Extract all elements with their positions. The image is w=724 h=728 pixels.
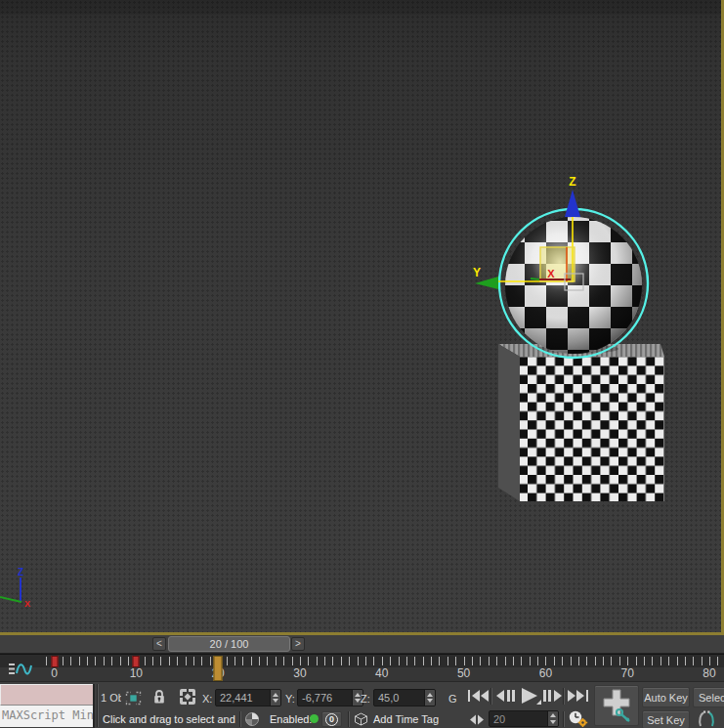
time-slider-handle[interactable]: 20 / 100 [168, 636, 290, 652]
current-frame-field[interactable]: 20 [489, 710, 559, 727]
x-spinner[interactable] [270, 690, 280, 706]
gizmo-z-arrow[interactable] [565, 190, 580, 217]
timeline-tick [709, 657, 710, 665]
timeline-tick [70, 657, 71, 665]
next-frame-icon [540, 687, 564, 705]
timeline-tick [423, 657, 424, 665]
listener-pane[interactable]: MAXScript Mini [0, 706, 93, 727]
separator [563, 688, 564, 705]
timeline-tick [317, 657, 318, 665]
mini-curve-editor-button[interactable] [5, 658, 36, 680]
timeline-tick [332, 657, 333, 665]
add-time-tag-button[interactable]: Add Time Tag [373, 713, 439, 725]
adaptive-degradation-toggle[interactable] [244, 711, 260, 727]
timeline-tick [283, 657, 284, 665]
time-configuration-icon [567, 709, 590, 728]
timeline-tick [399, 657, 400, 665]
timeline-tick [537, 657, 538, 665]
box-front-face [520, 357, 664, 501]
z-spinner[interactable] [424, 690, 435, 706]
z-coordinate-field[interactable]: 45,0 [373, 689, 436, 707]
timeline-tick [702, 657, 703, 665]
timeline-tick [521, 657, 522, 665]
timeline-tick [406, 657, 407, 665]
timeline-tick [201, 657, 202, 665]
time-slider-prev-button[interactable]: < [152, 637, 166, 651]
3dsmax-window: Z Y X Z X < 20 / 100 > [0, 0, 724, 728]
key-mode-icon [468, 713, 486, 726]
auto-key-button[interactable]: Auto Key [642, 687, 690, 707]
zero-label: 0 [325, 713, 338, 726]
checker-sphere-object[interactable] [505, 217, 642, 354]
next-frame-button[interactable] [540, 687, 564, 705]
y-coordinate-field[interactable]: -6,776 [297, 689, 363, 707]
checker-box-object[interactable] [498, 344, 664, 501]
x-coordinate-value: 22,441 [216, 690, 270, 706]
set-keys-button[interactable] [594, 685, 639, 726]
x-coordinate-label: X: [202, 693, 212, 705]
current-frame-marker[interactable] [214, 656, 223, 681]
timeline-tick [210, 657, 211, 665]
key-filters-icon [694, 709, 718, 728]
timeline-tick [390, 657, 391, 665]
selection-set-dropdown[interactable]: Select [693, 687, 724, 707]
timeline-tick [603, 657, 604, 665]
timeline-tick [251, 657, 252, 665]
track-bar[interactable]: 01020304050607080 [0, 654, 724, 682]
play-animation-button[interactable] [517, 686, 542, 706]
time-slider-track[interactable]: < 20 / 100 > [0, 635, 724, 654]
selection-region-button[interactable] [123, 689, 144, 707]
time-tag-icon-wrap [354, 712, 368, 726]
keyframe-marker[interactable] [133, 656, 140, 667]
x-coordinate-field[interactable]: 22,441 [215, 689, 281, 707]
timeline-tick [120, 657, 121, 665]
separator [490, 688, 491, 705]
timeline-tick [660, 657, 661, 665]
timeline-tick [63, 657, 64, 665]
adaptive-degradation-icon [244, 711, 260, 727]
go-to-start-icon [465, 687, 490, 705]
separator [239, 711, 240, 727]
track-bar-tick-strip [0, 655, 724, 667]
go-to-end-button[interactable] [566, 687, 591, 705]
timeline-tick [652, 657, 653, 665]
go-to-start-button[interactable] [465, 687, 490, 705]
absolute-offset-mode-toggle[interactable] [179, 688, 196, 706]
timeline-tick [227, 657, 228, 665]
timeline-tick-label: 0 [51, 666, 58, 680]
status-bar: MAXScript Mini 1 Ob [0, 682, 724, 728]
timeline-tick [496, 657, 497, 665]
perspective-viewport[interactable]: Z Y X Z X [0, 0, 724, 635]
selection-lock-toggle[interactable] [151, 688, 167, 706]
frame-spinner[interactable] [547, 711, 558, 726]
y-coordinate-value: -6,776 [298, 690, 352, 706]
z-coordinate-label: Z: [361, 693, 370, 705]
key-mode-toggle[interactable] [468, 713, 486, 726]
grid-size-label: G [448, 693, 457, 705]
timeline-tick [571, 657, 572, 665]
time-configuration-button[interactable] [567, 709, 590, 728]
set-key-button[interactable]: Set Key [642, 710, 690, 728]
maxscript-mini-listener[interactable]: MAXScript Mini [0, 684, 95, 728]
timeline-tick [104, 657, 105, 665]
timeline-tick [513, 657, 514, 665]
timeline-tick [152, 657, 153, 665]
keyframe-marker[interactable] [51, 656, 58, 667]
key-filters-button[interactable] [694, 709, 718, 728]
timeline-tick [128, 657, 129, 665]
gizmo-plane-handle[interactable] [540, 247, 575, 281]
timeline-tick [480, 657, 481, 665]
timeline-tick [627, 657, 628, 665]
prompt-line: Click and drag to select and [103, 713, 237, 725]
timeline-tick [636, 657, 637, 665]
current-frame-value: 20 [490, 711, 547, 726]
timeline-tick [619, 657, 620, 665]
previous-frame-button[interactable] [493, 687, 517, 705]
timeline-tick [341, 657, 342, 665]
macro-recorder-pane[interactable] [0, 684, 93, 706]
timeline-tick-label: 60 [539, 666, 552, 680]
world-z-label: Z [18, 567, 23, 578]
time-slider-next-button[interactable]: > [291, 637, 305, 651]
degradation-zero-button[interactable]: 0 [321, 711, 342, 727]
timeline-tick [193, 657, 194, 665]
